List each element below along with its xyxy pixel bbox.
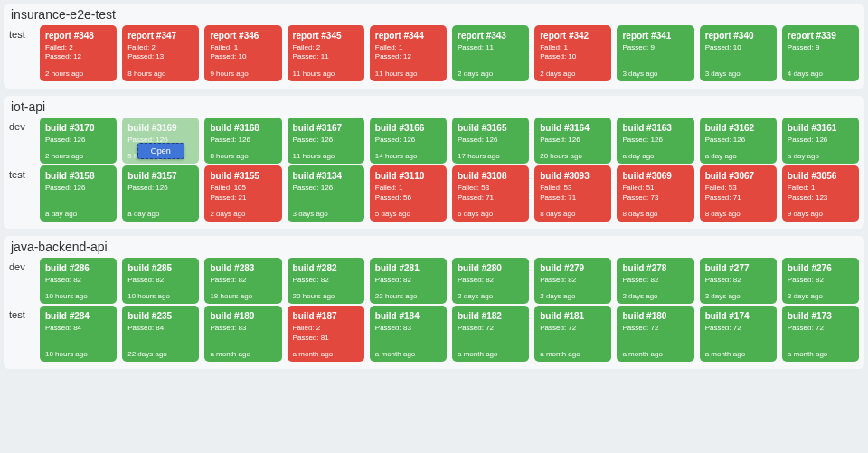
- open-button[interactable]: Open: [137, 143, 184, 159]
- report-passed-count: Passed: 72: [458, 324, 524, 333]
- report-card-title: build #3110: [375, 171, 441, 181]
- report-timestamp: 2 days ago: [540, 62, 606, 78]
- report-card[interactable]: build #3167Passed: 12611 hours ago: [288, 118, 364, 164]
- report-timestamp: 8 days ago: [540, 203, 606, 218]
- report-card[interactable]: build #3169Passed: 1265 hours agoOpen: [122, 118, 199, 164]
- report-card[interactable]: build #189Passed: 83a month ago: [204, 306, 281, 362]
- report-card[interactable]: report #346Failed: 1Passed: 109 hours ag…: [204, 25, 281, 81]
- report-card[interactable]: report #348Failed: 2Passed: 122 hours ag…: [40, 25, 117, 81]
- report-card[interactable]: build #3168Passed: 1268 hours ago: [204, 118, 281, 164]
- report-card[interactable]: build #3056Failed: 1Passed: 1239 days ag…: [782, 165, 859, 222]
- environment-label: dev: [9, 258, 40, 304]
- report-card[interactable]: build #174Passed: 72a month ago: [700, 306, 777, 362]
- report-card-title: build #286: [45, 263, 111, 273]
- report-timestamp: 3 days ago: [705, 62, 771, 78]
- report-card[interactable]: build #3069Failed: 51Passed: 738 days ag…: [617, 165, 693, 222]
- report-card[interactable]: build #280Passed: 822 days ago: [452, 258, 529, 304]
- report-card[interactable]: build #3108Failed: 53Passed: 716 days ag…: [452, 165, 529, 222]
- report-card[interactable]: build #282Passed: 8220 hours ago: [288, 258, 364, 304]
- report-card[interactable]: build #182Passed: 72a month ago: [452, 306, 529, 362]
- report-card[interactable]: build #3161Passed: 126a day ago: [782, 118, 859, 164]
- report-timestamp: 22 days ago: [127, 343, 193, 358]
- report-card-title: build #283: [210, 263, 276, 273]
- report-passed-count: Passed: 56: [375, 193, 441, 203]
- report-timestamp: 10 hours ago: [45, 343, 111, 358]
- report-card[interactable]: build #3163Passed: 126a day ago: [617, 118, 693, 164]
- report-card-title: build #180: [622, 311, 688, 321]
- report-failed-count: Failed: 1: [540, 43, 606, 52]
- report-card[interactable]: report #340Passed: 103 days ago: [700, 25, 777, 81]
- report-card[interactable]: build #3093Failed: 53Passed: 718 days ag…: [534, 165, 611, 222]
- report-card[interactable]: build #276Passed: 823 days ago: [782, 258, 859, 304]
- report-failed-count: Failed: 2: [127, 43, 193, 52]
- report-card[interactable]: report #344Failed: 1Passed: 1211 hours a…: [370, 25, 447, 81]
- report-card[interactable]: build #3158Passed: 126a day ago: [40, 165, 117, 222]
- report-timestamp: 11 hours ago: [375, 62, 441, 78]
- report-passed-count: Passed: 126: [458, 136, 524, 145]
- report-passed-count: Passed: 71: [458, 193, 524, 203]
- report-card[interactable]: build #283Passed: 8218 hours ago: [204, 258, 281, 304]
- report-card[interactable]: build #180Passed: 72a month ago: [617, 306, 693, 362]
- report-card[interactable]: build #3165Passed: 12617 hours ago: [452, 118, 529, 164]
- report-card[interactable]: build #3134Passed: 1263 days ago: [288, 165, 364, 222]
- report-card[interactable]: build #285Passed: 8210 hours ago: [122, 258, 199, 304]
- report-card[interactable]: build #3162Passed: 126a day ago: [700, 118, 777, 164]
- report-card-title: build #3165: [458, 123, 524, 133]
- report-timestamp: a day ago: [127, 203, 193, 218]
- report-timestamp: 2 days ago: [458, 62, 524, 78]
- report-card-title: report #348: [45, 31, 111, 41]
- report-card[interactable]: build #181Passed: 72a month ago: [534, 306, 611, 362]
- report-failed-count: Failed: 2: [293, 324, 359, 333]
- report-failed-count: Failed: 53: [705, 184, 771, 193]
- report-passed-count: Passed: 11: [458, 43, 524, 52]
- report-card-title: build #3056: [788, 171, 854, 181]
- report-card[interactable]: report #347Failed: 2Passed: 138 hours ag…: [122, 25, 199, 81]
- report-passed-count: Passed: 12: [45, 52, 111, 61]
- report-card[interactable]: build #3155Failed: 105Passed: 212 days a…: [204, 165, 281, 222]
- report-card-title: report #346: [210, 31, 276, 41]
- report-card[interactable]: report #342Failed: 1Passed: 102 days ago: [534, 25, 611, 81]
- report-card[interactable]: report #345Failed: 2Passed: 1111 hours a…: [288, 25, 364, 81]
- report-timestamp: 3 days ago: [788, 285, 854, 300]
- report-card[interactable]: build #3164Passed: 12620 hours ago: [534, 118, 611, 164]
- report-card-title: build #3164: [540, 123, 606, 133]
- report-card[interactable]: build #3166Passed: 12614 hours ago: [370, 118, 447, 164]
- report-card[interactable]: build #284Passed: 8410 hours ago: [40, 306, 117, 362]
- report-card-title: build #182: [458, 311, 524, 321]
- report-card[interactable]: build #187Failed: 2Passed: 81a month ago: [288, 306, 364, 362]
- report-failed-count: Failed: 2: [293, 43, 359, 52]
- report-card[interactable]: build #279Passed: 822 days ago: [534, 258, 611, 304]
- report-failed-count: Failed: 53: [458, 184, 524, 193]
- report-timestamp: a month ago: [622, 343, 688, 358]
- report-passed-count: Passed: 83: [210, 324, 276, 333]
- report-card[interactable]: build #277Passed: 823 days ago: [700, 258, 777, 304]
- report-card[interactable]: build #286Passed: 8210 hours ago: [40, 258, 117, 304]
- report-card-title: build #174: [705, 311, 771, 321]
- report-card[interactable]: report #341Passed: 93 days ago: [617, 25, 693, 81]
- report-passed-count: Passed: 82: [210, 276, 276, 285]
- report-card[interactable]: build #173Passed: 72a month ago: [782, 306, 859, 362]
- report-passed-count: Passed: 9: [788, 43, 854, 52]
- report-card[interactable]: build #3110Failed: 1Passed: 565 days ago: [370, 165, 447, 222]
- report-card[interactable]: build #184Passed: 83a month ago: [370, 306, 447, 362]
- report-card[interactable]: build #235Passed: 8422 days ago: [122, 306, 199, 362]
- report-card[interactable]: build #3170Passed: 1262 hours ago: [40, 118, 117, 164]
- report-card[interactable]: build #3157Passed: 126a day ago: [122, 165, 199, 222]
- report-card-title: build #284: [45, 311, 111, 321]
- report-card[interactable]: build #3067Failed: 53Passed: 718 days ag…: [700, 165, 777, 222]
- report-timestamp: a month ago: [293, 343, 359, 358]
- environment-label: test: [9, 306, 40, 362]
- report-failed-count: Failed: 2: [45, 43, 111, 52]
- report-card[interactable]: build #281Passed: 8222 hours ago: [370, 258, 447, 304]
- report-timestamp: a month ago: [540, 343, 606, 358]
- report-timestamp: a month ago: [788, 343, 854, 358]
- report-timestamp: 3 days ago: [293, 203, 359, 218]
- report-card[interactable]: build #278Passed: 822 days ago: [617, 258, 693, 304]
- report-card[interactable]: report #339Passed: 94 days ago: [782, 25, 859, 81]
- dashboard-root: insurance-e2e-testtestreport #348Failed:…: [0, 4, 868, 369]
- report-card-title: report #344: [375, 31, 441, 41]
- report-timestamp: 18 hours ago: [210, 285, 276, 300]
- report-card-title: build #3170: [45, 123, 111, 133]
- report-card-title: build #3157: [127, 171, 193, 181]
- report-card[interactable]: report #343Passed: 112 days ago: [452, 25, 529, 81]
